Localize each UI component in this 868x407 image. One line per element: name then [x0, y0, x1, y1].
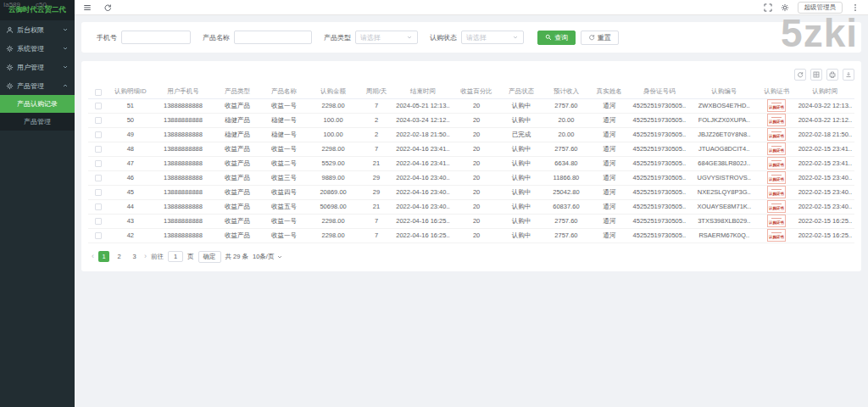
- certificate-thumbnail[interactable]: 认购证书: [767, 215, 786, 227]
- chevron-down-icon: [512, 34, 519, 41]
- cell-status: 认购中: [501, 228, 542, 243]
- cell-purchase-time: 2022-02-15 23:40..: [796, 185, 854, 199]
- cell-amount: 2298.00: [308, 214, 359, 228]
- certificate-thumbnail[interactable]: 认购证书: [767, 99, 786, 112]
- page-number-button[interactable]: 3: [129, 251, 140, 262]
- cell-percent: 20: [453, 98, 501, 113]
- certificate-thumbnail[interactable]: 认购证书: [767, 229, 786, 242]
- chevron-down-icon: [62, 45, 69, 52]
- row-checkbox[interactable]: [95, 218, 102, 225]
- row-checkbox[interactable]: [95, 146, 102, 153]
- cell-product-name: 收益一号: [261, 214, 308, 228]
- cell-percent: 20: [453, 113, 501, 127]
- app-logo: 云御时代云贸二代: [0, 0, 75, 20]
- sidebar-item-purchase-records[interactable]: 产品认购记录: [0, 95, 75, 113]
- cell-phone: 13888888888: [152, 127, 214, 142]
- col-header-status: 产品状态: [501, 86, 542, 98]
- sidebar-item-user-mgmt[interactable]: 用户管理: [0, 58, 75, 76]
- sidebar-item-product-mgmt[interactable]: 产品管理: [0, 76, 75, 95]
- cell-id: 51: [108, 98, 152, 113]
- admin-account-button[interactable]: 超级管理员: [798, 2, 843, 14]
- table-row: 4713888888888收益产品收益二号5529.00212022-04-16…: [88, 156, 854, 170]
- cell-period: 21: [359, 156, 394, 170]
- cell-purchase-time: 2022-02-15 23:41..: [796, 156, 854, 170]
- cell-period: 2: [359, 127, 394, 142]
- cell-id: 44: [108, 199, 152, 214]
- cell-order-no: JTUAOG8DCIT4..: [691, 142, 758, 156]
- certificate-thumbnail[interactable]: 认购证书: [767, 128, 786, 141]
- cell-amount: 20869.00: [308, 185, 359, 199]
- product-type-select[interactable]: 请选择: [355, 31, 418, 44]
- row-checkbox[interactable]: [95, 232, 102, 239]
- more-options-icon[interactable]: [851, 3, 860, 12]
- product-name-input[interactable]: [234, 31, 312, 44]
- sidebar-item-backend-perms[interactable]: 后台权限: [0, 20, 75, 39]
- page-size-select[interactable]: 10条/页: [253, 253, 283, 261]
- cell-period: 7: [359, 98, 394, 113]
- gear-icon: [6, 64, 14, 71]
- select-placeholder: 请选择: [466, 33, 487, 42]
- col-header-phone: 用户手机号: [152, 86, 214, 98]
- sidebar-item-system-mgmt[interactable]: 系统管理: [0, 39, 75, 58]
- cell-end-time: 2022-04-16 23:41..: [393, 142, 452, 156]
- refresh-table-button[interactable]: [794, 69, 806, 81]
- row-checkbox[interactable]: [95, 204, 102, 210]
- certificate-thumbnail[interactable]: 认购证书: [767, 114, 786, 126]
- certificate-thumbnail[interactable]: 认购证书: [767, 157, 786, 170]
- purchase-status-select[interactable]: 请选择: [461, 31, 524, 44]
- reset-button[interactable]: 重置: [581, 31, 619, 45]
- search-icon: [545, 34, 552, 41]
- export-button[interactable]: [843, 69, 854, 81]
- cell-end-time: 2022-04-16 23:40..: [393, 170, 452, 185]
- certificate-thumbnail[interactable]: 认购证书: [767, 142, 786, 155]
- cell-product-type: 收益产品: [214, 170, 261, 185]
- page-number-button[interactable]: 2: [114, 251, 125, 262]
- cell-real-name: 通河: [590, 98, 628, 113]
- cell-percent: 20: [453, 199, 501, 214]
- column-settings-button[interactable]: [810, 69, 822, 81]
- search-button[interactable]: 查询: [537, 31, 576, 45]
- sidebar-item-product-manage[interactable]: 产品管理: [0, 113, 75, 131]
- cell-status: 认购中: [501, 113, 542, 127]
- hamburger-menu-icon[interactable]: [83, 3, 92, 12]
- certificate-thumbnail[interactable]: 认购证书: [767, 171, 786, 184]
- table-row: 4913888888888稳健产品稳健一号100.0022022-02-18 2…: [88, 127, 854, 142]
- select-all-checkbox[interactable]: [95, 89, 102, 96]
- cell-id-card: 45252519730505..: [628, 98, 690, 113]
- confirm-jump-button[interactable]: 确定: [198, 251, 221, 263]
- col-header-id: 认购明细ID: [108, 86, 152, 98]
- next-page-button[interactable]: ›: [144, 253, 147, 260]
- row-checkbox[interactable]: [95, 103, 102, 109]
- product-type-filter-label: 产品类型: [324, 33, 351, 42]
- page-number-button[interactable]: 1: [98, 251, 109, 262]
- refresh-icon[interactable]: [103, 3, 112, 12]
- cell-purchase-time: 2022-02-15 23:40..: [796, 170, 854, 185]
- row-checkbox[interactable]: [95, 131, 102, 138]
- fullscreen-icon[interactable]: [764, 3, 772, 12]
- gear-icon[interactable]: [781, 3, 789, 12]
- phone-input[interactable]: [121, 31, 191, 44]
- cell-product-type: 收益产品: [214, 214, 261, 228]
- row-checkbox[interactable]: [95, 189, 102, 196]
- cell-product-name: 稳健一号: [261, 127, 308, 142]
- cell-certificate: 认购证书: [758, 127, 796, 142]
- chevron-down-icon: [276, 254, 283, 260]
- cell-income: 11866.80: [542, 170, 590, 185]
- cell-product-name: 收益一号: [261, 228, 308, 243]
- row-checkbox[interactable]: [95, 175, 102, 181]
- table-row: 4413888888888收益产品收益五号50698.00212022-04-1…: [88, 199, 854, 214]
- select-placeholder: 请选择: [360, 33, 381, 42]
- cell-period: 7: [359, 214, 394, 228]
- table-row: 4213888888888收益产品收益一号2298.0072022-04-16 …: [88, 228, 854, 243]
- col-header-certificate: 认购证书: [758, 86, 796, 98]
- row-checkbox[interactable]: [95, 160, 102, 167]
- jump-page-input[interactable]: [168, 251, 183, 262]
- print-button[interactable]: [826, 69, 838, 81]
- cell-order-no: 3TXS398XLB029..: [691, 214, 758, 228]
- print-icon: [829, 71, 836, 78]
- certificate-thumbnail[interactable]: 认购证书: [767, 186, 786, 198]
- row-checkbox[interactable]: [95, 117, 102, 124]
- cell-id: 47: [108, 156, 152, 170]
- prev-page-button[interactable]: ‹: [92, 253, 94, 260]
- certificate-thumbnail[interactable]: 认购证书: [767, 200, 786, 213]
